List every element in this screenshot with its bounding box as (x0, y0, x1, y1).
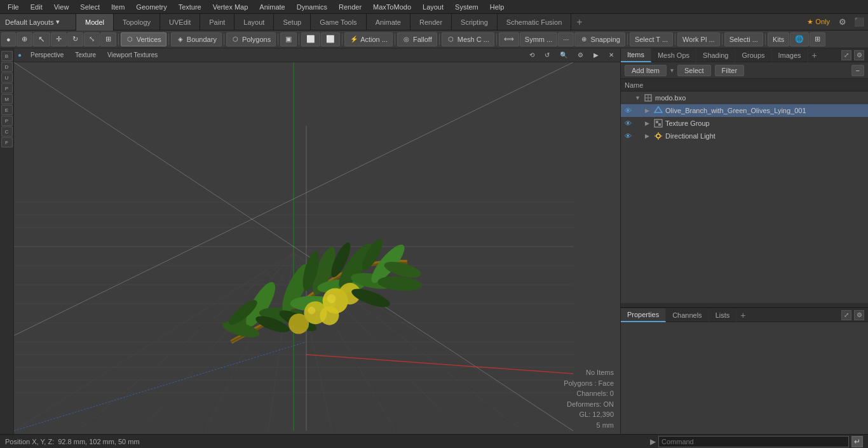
expand-light[interactable]: ▶ (645, 133, 651, 139)
menu-system[interactable]: System (450, 2, 484, 12)
menu-view[interactable]: View (49, 2, 74, 12)
tab-items[interactable]: Items (621, 48, 651, 62)
right-expand-icon[interactable]: ⤢ (841, 50, 851, 60)
mode-grid-btn[interactable]: ⊞ (810, 32, 825, 46)
mode-vertices[interactable]: ⬡ Vertices (121, 32, 166, 46)
left-tool-btn-1[interactable]: B (1, 51, 13, 61)
props-expand-icon[interactable]: ⤢ (841, 310, 851, 320)
vp-viewport-textures[interactable]: Viewport Textures (105, 51, 160, 59)
tab-layout[interactable]: Layout (234, 14, 274, 31)
vp-reset-icon[interactable]: ⟲ (527, 51, 537, 59)
left-tool-btn-2[interactable]: D (1, 62, 13, 72)
menu-dynamics[interactable]: Dynamics (292, 2, 332, 12)
menu-layout[interactable]: Layout (417, 2, 449, 12)
left-tool-btn-4[interactable]: P (1, 83, 13, 93)
mode-scale[interactable]: ⤡ (84, 32, 100, 46)
left-tool-btn-8[interactable]: C (1, 126, 13, 137)
menu-help[interactable]: Help (485, 2, 510, 12)
vp-play-icon[interactable]: ▶ (591, 51, 601, 59)
mode-globe[interactable]: ⊕ (17, 32, 32, 46)
tab-items-add[interactable]: + (808, 50, 821, 60)
expand-modo[interactable]: ▼ (635, 95, 641, 101)
mode-transform[interactable]: ✛ (51, 32, 67, 46)
mode-mesh-c[interactable]: ⬡ Mesh C ... (442, 32, 494, 46)
tab-images[interactable]: Images (772, 48, 808, 62)
mode-square2[interactable]: ⬜ (301, 32, 320, 46)
left-tool-btn-9[interactable]: F (1, 137, 13, 147)
left-tool-btn-3[interactable]: U (1, 72, 13, 83)
eye-icon-texture[interactable]: 👁 (623, 119, 632, 128)
tab-model[interactable]: Model (76, 14, 114, 31)
command-input[interactable] (658, 436, 849, 447)
vp-search-icon[interactable]: 🔍 (557, 51, 570, 59)
eye-icon-olive[interactable]: 👁 (623, 106, 632, 115)
tab-uvedit[interactable]: UVEdit (160, 14, 200, 31)
command-go-button[interactable]: ↵ (851, 436, 863, 447)
tab-setup[interactable]: Setup (274, 14, 311, 31)
menu-animate[interactable]: Animate (254, 2, 290, 12)
viewport-canvas[interactable]: Z Y X No Items Polygons : Face Channels:… (14, 62, 620, 434)
select-button[interactable]: Select (677, 65, 711, 76)
layout-settings-icon[interactable]: ⚙ (835, 17, 850, 27)
tab-shading[interactable]: Shading (696, 48, 735, 62)
menu-item[interactable]: Item (106, 2, 130, 12)
tab-schematic-fusion[interactable]: Schematic Fusion (498, 14, 571, 31)
right-settings-icon[interactable]: ⚙ (854, 50, 864, 60)
items-list[interactable]: ▼ modo.bxo 👁 ▶ Olive_Branch_with_Green_O… (621, 92, 868, 303)
tab-groups[interactable]: Groups (735, 48, 771, 62)
vp-gear-icon[interactable]: ⚙ (575, 51, 586, 59)
tab-mesh-ops[interactable]: Mesh Ops (651, 48, 696, 62)
items-minus-button[interactable]: − (851, 65, 864, 76)
item-row-olive[interactable]: 👁 ▶ Olive_Branch_with_Green_Olives_Lying… (621, 104, 868, 117)
menu-edit[interactable]: Edit (25, 2, 48, 12)
menu-select[interactable]: Select (75, 2, 105, 12)
mode-falloff[interactable]: ◎ Falloff (397, 32, 437, 46)
props-tab-properties[interactable]: Properties (621, 308, 666, 322)
left-tool-btn-7[interactable]: P (1, 116, 13, 126)
mode-action[interactable]: ⚡ Action ... (344, 32, 393, 46)
item-row-modo-bxo[interactable]: ▼ modo.bxo (621, 92, 868, 104)
tab-topology[interactable]: Topology (114, 14, 160, 31)
vp-perspective[interactable]: Perspective (28, 51, 66, 59)
eye-icon-light[interactable]: 👁 (623, 132, 632, 140)
left-tool-btn-6[interactable]: E (1, 105, 13, 115)
mode-select-t[interactable]: Select T ... (630, 32, 673, 46)
mode-edit[interactable]: ⊞ (100, 32, 116, 46)
expand-texture[interactable]: ▶ (645, 120, 651, 126)
tab-game-tools[interactable]: Game Tools (311, 14, 367, 31)
vp-rotate-icon[interactable]: ↺ (542, 51, 552, 59)
eye-icon-modo[interactable] (623, 93, 632, 102)
mode-kits[interactable]: Kits (768, 32, 789, 46)
props-settings-icon[interactable]: ⚙ (854, 310, 864, 320)
mode-square1[interactable]: ▣ (280, 32, 297, 46)
menu-render[interactable]: Render (334, 2, 367, 12)
mode-globe-btn[interactable]: 🌐 (790, 32, 809, 46)
props-tab-add[interactable]: + (736, 310, 749, 320)
filter-button[interactable]: Filter (715, 65, 744, 76)
tab-scripting[interactable]: Scripting (452, 14, 498, 31)
add-item-dropdown-arrow[interactable]: ▾ (670, 67, 674, 74)
tab-render[interactable]: Render (410, 14, 452, 31)
command-arrow-icon[interactable]: ▶ (650, 437, 656, 446)
item-row-light[interactable]: 👁 ▶ Directional Light (621, 130, 868, 142)
expand-olive[interactable]: ▶ (645, 107, 651, 114)
mode-polygons[interactable]: ⬡ Polygons (226, 32, 276, 46)
layout-dropdown[interactable]: Default Layouts ▾ (0, 14, 76, 30)
mode-dot[interactable]: ● (1, 32, 16, 46)
menu-vertex-map[interactable]: Vertex Map (208, 2, 254, 12)
mode-work-pl[interactable]: Work Pl ... (677, 32, 720, 46)
layout-maximize-icon[interactable]: ⬛ (850, 17, 868, 27)
mode-ellipsis[interactable]: ··· (558, 32, 574, 46)
mode-rotate[interactable]: ↻ (67, 32, 83, 46)
mode-square3[interactable]: ⬜ (321, 32, 340, 46)
item-row-texture[interactable]: 👁 ▶ Texture Group (621, 117, 868, 130)
menu-maxtomodo[interactable]: MaxToModo (368, 2, 416, 12)
tab-add-icon[interactable]: + (571, 14, 587, 31)
vp-close-icon[interactable]: ✕ (606, 51, 616, 59)
mode-select-arrow[interactable]: ↖ (33, 32, 50, 46)
tab-animate[interactable]: Animate (367, 14, 410, 31)
props-tab-channels[interactable]: Channels (666, 308, 709, 322)
tab-paint[interactable]: Paint (200, 14, 234, 31)
add-item-button[interactable]: Add Item (625, 65, 667, 76)
mode-sym-icon[interactable]: ⟺ (499, 32, 519, 46)
